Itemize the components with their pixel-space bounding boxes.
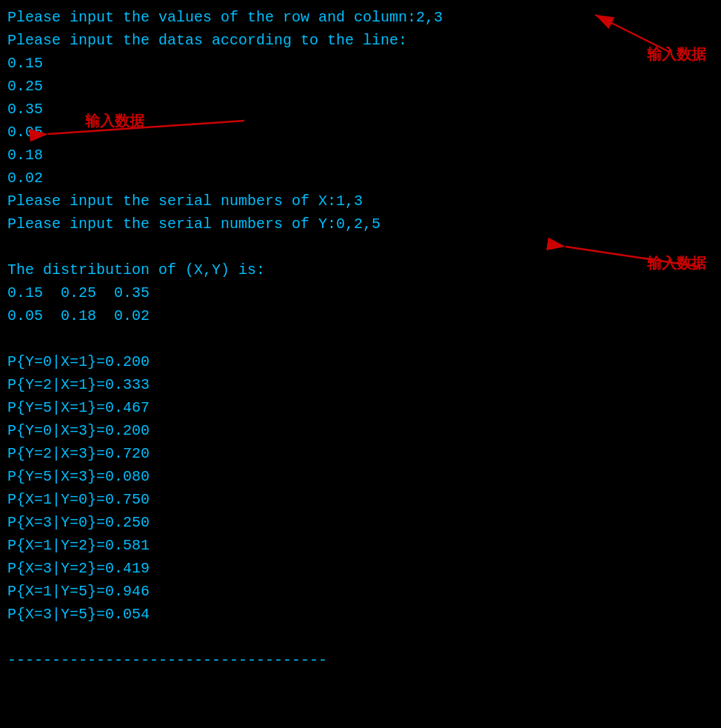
terminal-line: P{Y=5|X=1}=0.467 (7, 396, 714, 419)
terminal-line: Please input the serial numbers of Y:0,2… (7, 213, 714, 236)
terminal-line: P{X=3|Y=5}=0.054 (7, 603, 714, 626)
terminal-line (7, 626, 714, 649)
terminal-line: P{Y=2|X=1}=0.333 (7, 373, 714, 396)
terminal-line: P{X=1|Y=0}=0.750 (7, 488, 714, 511)
terminal-line (7, 327, 714, 350)
terminal-window: Please input the values of the row and c… (0, 0, 721, 728)
terminal-line: P{X=3|Y=2}=0.419 (7, 557, 714, 580)
terminal-line: The distribution of (X,Y) is: (7, 258, 714, 281)
terminal-line: 0.15 0.25 0.35 (7, 281, 714, 304)
terminal-line: Please input the datas according to the … (7, 29, 714, 52)
terminal-line: Please input the values of the row and c… (7, 6, 714, 29)
terminal-line: P{X=3|Y=0}=0.250 (7, 511, 714, 534)
terminal-line: 0.18 (7, 144, 714, 167)
terminal-line: 0.35 (7, 98, 714, 121)
terminal-line: 0.25 (7, 75, 714, 98)
terminal-line: 0.05 0.18 0.02 (7, 304, 714, 327)
terminal-line: Please input the serial numbers of X:1,3 (7, 190, 714, 213)
terminal-line: 0.15 (7, 52, 714, 75)
terminal-line (7, 236, 714, 258)
terminal-separator: ------------------------------------ (7, 649, 714, 672)
terminal-line: P{X=1|Y=2}=0.581 (7, 534, 714, 557)
terminal-line: P{Y=5|X=3}=0.080 (7, 465, 714, 488)
terminal-line: P{X=1|Y=5}=0.946 (7, 580, 714, 603)
terminal-line: 0.02 (7, 167, 714, 190)
terminal-line: P{Y=2|X=3}=0.720 (7, 442, 714, 465)
terminal-line: P{Y=0|X=3}=0.200 (7, 419, 714, 442)
terminal-line: 0.05 (7, 121, 714, 144)
terminal-line: P{Y=0|X=1}=0.200 (7, 350, 714, 373)
